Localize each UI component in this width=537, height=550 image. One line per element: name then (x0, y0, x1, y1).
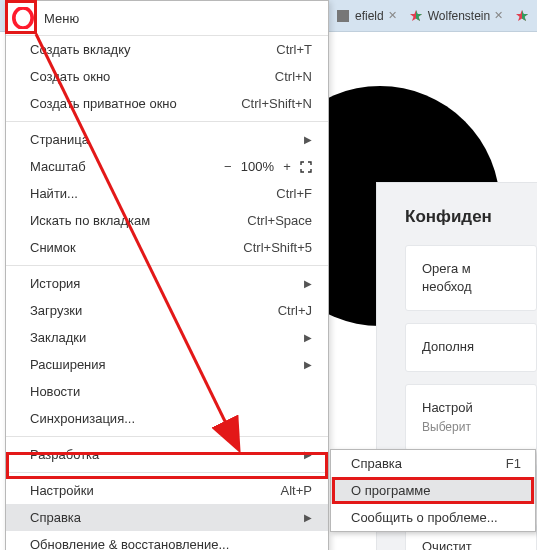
menu-sync[interactable]: Синхронизация... (6, 405, 328, 432)
submenu-help[interactable]: Справка F1 (331, 450, 535, 477)
zoom-value: 100% (241, 159, 274, 174)
menu-label: История (30, 276, 294, 291)
card-text: Очистит (422, 539, 472, 550)
menu-update[interactable]: Обновление & восстановление... (6, 531, 328, 550)
card-text: Opera м (422, 260, 520, 278)
menu-shortcut: Ctrl+T (276, 42, 312, 57)
menu-label: Обновление & восстановление... (30, 537, 312, 550)
chevron-right-icon: ▶ (304, 449, 312, 460)
menu-zoom[interactable]: Масштаб − 100% + (6, 153, 328, 180)
menu-label: О программе (351, 483, 521, 498)
card-subtext: Выберит (422, 419, 520, 436)
main-menu: Меню Создать вкладку Ctrl+T Создать окно… (5, 0, 329, 550)
tab-other[interactable] (509, 2, 534, 30)
side-card[interactable]: Настрой Выберит (405, 384, 537, 451)
menu-bookmarks[interactable]: Закладки ▶ (6, 324, 328, 351)
menu-label: Страница (30, 132, 294, 147)
card-text: Дополня (422, 339, 474, 354)
menu-label: Сообщить о проблеме... (351, 510, 521, 525)
chevron-right-icon: ▶ (304, 512, 312, 523)
menu-header: Меню (6, 1, 328, 36)
help-submenu: Справка F1 О программе Сообщить о пробле… (330, 449, 536, 532)
menu-label: Разработка (30, 447, 294, 462)
card-text: Настрой (422, 399, 520, 417)
side-card[interactable]: Opera м необход (405, 245, 537, 311)
tab-battlefield[interactable]: efield ✕ (330, 2, 403, 30)
svg-marker-4 (522, 10, 528, 21)
svg-rect-0 (337, 10, 349, 22)
menu-label: Создать окно (30, 69, 265, 84)
chevron-right-icon: ▶ (304, 134, 312, 145)
menu-label: Синхронизация... (30, 411, 312, 426)
menu-downloads[interactable]: Загрузки Ctrl+J (6, 297, 328, 324)
separator (6, 472, 328, 473)
menu-page[interactable]: Страница ▶ (6, 126, 328, 153)
separator (6, 265, 328, 266)
menu-find[interactable]: Найти... Ctrl+F (6, 180, 328, 207)
menu-extensions[interactable]: Расширения ▶ (6, 351, 328, 378)
tab-label: Wolfenstein (428, 9, 490, 23)
menu-create-private[interactable]: Создать приватное окно Ctrl+Shift+N (6, 90, 328, 117)
menu-title: Меню (44, 11, 79, 26)
menu-label: Найти... (30, 186, 266, 201)
menu-shortcut: Ctrl+Shift+N (241, 96, 312, 111)
menu-history[interactable]: История ▶ (6, 270, 328, 297)
menu-find-tabs[interactable]: Искать по вкладкам Ctrl+Space (6, 207, 328, 234)
menu-shortcut: Alt+P (281, 483, 312, 498)
menu-label: Справка (351, 456, 496, 471)
star-icon (515, 9, 529, 23)
menu-settings[interactable]: Настройки Alt+P (6, 477, 328, 504)
separator (6, 121, 328, 122)
menu-shortcut: Ctrl+N (275, 69, 312, 84)
menu-create-tab[interactable]: Создать вкладку Ctrl+T (6, 36, 328, 63)
opera-icon[interactable] (8, 3, 38, 33)
chevron-right-icon: ▶ (304, 332, 312, 343)
menu-shortcut: Ctrl+F (276, 186, 312, 201)
menu-label: Настройки (30, 483, 271, 498)
zoom-out-button[interactable]: − (221, 159, 235, 174)
menu-label: Закладки (30, 330, 294, 345)
tab-wolfenstein[interactable]: Wolfenstein ✕ (403, 2, 509, 30)
separator (6, 436, 328, 437)
menu-label: Новости (30, 384, 312, 399)
menu-label: Загрузки (30, 303, 268, 318)
menu-shortcut: Ctrl+Space (247, 213, 312, 228)
svg-marker-2 (416, 10, 422, 21)
menu-news[interactable]: Новости (6, 378, 328, 405)
side-title: Конфиден (405, 207, 537, 227)
close-icon[interactable]: ✕ (388, 9, 397, 22)
chevron-right-icon: ▶ (304, 278, 312, 289)
menu-label: Искать по вкладкам (30, 213, 237, 228)
menu-label: Создать приватное окно (30, 96, 231, 111)
menu-label: Расширения (30, 357, 294, 372)
menu-shortcut: F1 (506, 456, 521, 471)
menu-shortcut: Ctrl+J (278, 303, 312, 318)
zoom-in-button[interactable]: + (280, 159, 294, 174)
menu-label: Справка (30, 510, 294, 525)
menu-help[interactable]: Справка ▶ (6, 504, 328, 531)
close-icon[interactable]: ✕ (494, 9, 503, 22)
svg-point-5 (14, 8, 32, 28)
menu-create-window[interactable]: Создать окно Ctrl+N (6, 63, 328, 90)
menu-snapshot[interactable]: Снимок Ctrl+Shift+5 (6, 234, 328, 261)
submenu-report[interactable]: Сообщить о проблеме... (331, 504, 535, 531)
menu-label: Масштаб (30, 159, 221, 174)
card-text: необход (422, 278, 520, 296)
tab-icon (336, 9, 350, 23)
tab-label: efield (355, 9, 384, 23)
submenu-about[interactable]: О программе (331, 477, 535, 504)
menu-label: Снимок (30, 240, 233, 255)
menu-shortcut: Ctrl+Shift+5 (243, 240, 312, 255)
fullscreen-icon[interactable] (300, 161, 312, 173)
menu-developer[interactable]: Разработка ▶ (6, 441, 328, 468)
menu-label: Создать вкладку (30, 42, 266, 57)
chevron-right-icon: ▶ (304, 359, 312, 370)
star-icon (409, 9, 423, 23)
side-card[interactable]: Дополня (405, 323, 537, 371)
